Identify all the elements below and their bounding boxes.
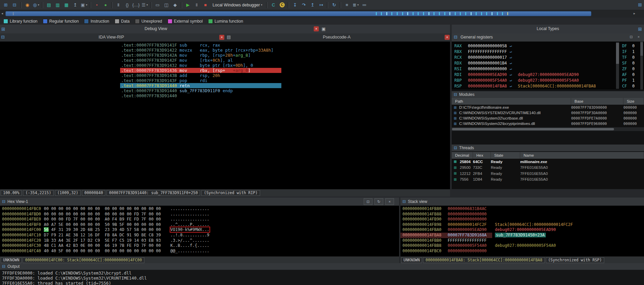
threads-table-header[interactable]: DecimalHexStateName <box>452 152 644 159</box>
module-row[interactable]: ⊞D:\CTFs\egctf\millionaire.exe00007FF783… <box>452 105 644 110</box>
hex-row[interactable]: 000000000014FC304B C1 AA 42 B3 0E 00 00 … <box>0 243 399 249</box>
local-types-window-icon[interactable]: ⊞ <box>638 26 642 32</box>
stack-dock-icon[interactable]: ⊡ <box>364 198 372 205</box>
registers-scrollbar-thumb[interactable] <box>616 43 619 64</box>
nav-scroll-right-icon[interactable]: ▸ <box>634 11 635 15</box>
toolbar-right-window-icon[interactable]: ⊞ <box>638 2 642 7</box>
register-row[interactable]: RBP00000000005F54A0↵debug027:00000000005… <box>452 78 644 84</box>
stop-process-icon[interactable]: ■ <box>201 1 209 9</box>
tab-debug-view[interactable]: Debug View <box>122 26 190 31</box>
c-decompile-icon[interactable]: C <box>278 1 286 9</box>
close-pseudocode-icon[interactable]: × <box>445 35 450 40</box>
threads-column-header[interactable]: Decimal <box>452 152 473 159</box>
output-log[interactable]: 7FFDFE9E0000: loaded C:\WINDOWS\System32… <box>0 270 644 285</box>
tracing-options-icon[interactable]: ☰▾ <box>141 1 149 9</box>
thread-row[interactable]: ⊞122122FB4Ready7FFE016E55A0 <box>452 171 644 177</box>
record-trace-icon[interactable]: ▪ <box>93 1 101 9</box>
function-trace-icon[interactable]: {} <box>123 1 131 9</box>
disassembly-line[interactable]: .text:00007FF783D91440 <box>120 93 281 98</box>
tab-pseudocode-a[interactable]: Pseudocode-A <box>303 35 370 40</box>
register-row[interactable]: RSP000000000014FBA8↵Stack[000064CC]:0000… <box>452 84 644 89</box>
close-ida-view-icon[interactable]: × <box>219 35 224 40</box>
disassembly-line[interactable]: .text:00007FF783D91440 retn <box>120 83 281 88</box>
window-frame-icon[interactable]: ▭ <box>153 1 162 9</box>
segments-list-icon[interactable]: ≔ <box>360 1 368 9</box>
nav-position-tick[interactable] <box>444 12 445 15</box>
follow-value-icon[interactable]: ↵ <box>510 49 512 54</box>
threads-column-header[interactable]: Hex <box>473 152 491 159</box>
nav-position-tick[interactable] <box>460 12 461 15</box>
nav-position-tick[interactable] <box>391 12 392 15</box>
nav-position-tick[interactable] <box>492 12 493 15</box>
disassembly-line[interactable]: .text:00007FF783D91422 movzx eax, byte p… <box>120 48 281 53</box>
nav-position-tick[interactable] <box>418 12 419 15</box>
stack-row[interactable]: 000000000014FB900000000000000000 <box>400 217 644 222</box>
disassembly-line[interactable]: .text:00007FF783D91436 mov rbx, [rsp+28h… <box>120 68 281 73</box>
registers-close-icon[interactable]: × <box>636 35 641 39</box>
desktop-select-icon[interactable]: ▣▾ <box>80 1 88 9</box>
structures-icon[interactable]: ▦ <box>62 1 71 9</box>
imports-icon[interactable]: ▤ <box>45 1 53 9</box>
nav-position-tick[interactable] <box>381 12 382 15</box>
nav-position-tick[interactable] <box>413 12 414 15</box>
stack-list[interactable]: 000000000014FB80000000006831B4AC00000000… <box>400 206 644 254</box>
nav-position-tick[interactable] <box>486 12 487 15</box>
split-view-icon[interactable]: ◫ <box>162 1 170 9</box>
nav-position-tick[interactable] <box>407 12 408 15</box>
hex-row[interactable]: 000000000014FBF0A0 A7 5E 00 00 00 00 00 … <box>0 222 399 228</box>
nav-scroll-left-icon[interactable]: ◂ <box>1 11 3 15</box>
hex-row[interactable]: 000000000014FC4040 40 5F 00 00 00 00 00 … <box>0 249 399 254</box>
views-icon[interactable]: ⊟ <box>1 34 5 40</box>
c-source-toggle-icon[interactable]: C <box>269 1 277 9</box>
disassembly-line[interactable]: .text:00007FF783D9141F sub rcx, rax <box>120 43 281 48</box>
stack-trace-icon[interactable]: ≡ <box>343 1 351 9</box>
disassembly-line[interactable]: .text:00007FF783D9143B add rsp, 20h <box>120 73 281 78</box>
hex-row[interactable]: 000000000014FC10D7 F9 21 AE 38 12 16 DF … <box>0 233 399 238</box>
modules-column-header[interactable]: Path <box>452 98 571 105</box>
hex-row[interactable]: 000000000014FBD000 00 00 00 00 00 00 00 … <box>0 212 399 217</box>
screenshot-icon[interactable]: ▣ <box>321 26 326 31</box>
nav-position-tick[interactable] <box>507 12 508 15</box>
register-row[interactable]: RBXFFFFFFFFFFFFFFFF↵ <box>452 49 644 55</box>
nav-position-tick[interactable] <box>481 12 482 15</box>
nav-position-tick[interactable] <box>402 12 403 15</box>
registers-dock-icon[interactable]: ⊡ <box>628 35 634 39</box>
exports-icon[interactable]: ▥ <box>54 1 62 9</box>
thread-row[interactable]: ⊞29500733CReady7FFE016E55A0 <box>452 165 644 171</box>
disassembly-line[interactable]: .text:00007FF783D91432 mov byte ptr [rbx… <box>120 63 281 68</box>
navigation-band[interactable] <box>5 11 591 16</box>
register-row[interactable]: RDI00000000005EAD90↵debug027:00000000005… <box>452 72 644 78</box>
jump-icon[interactable]: ↥ <box>71 1 79 9</box>
threads-column-header[interactable]: Name <box>520 152 644 159</box>
disassembly-line[interactable]: .text:00007FF783D91440 sub_7FF783D911F0 … <box>120 88 281 93</box>
nav-position-tick[interactable] <box>397 12 398 15</box>
hex-dump[interactable]: 000000000014FBC000 00 00 00 00 00 00 00 … <box>0 206 399 254</box>
stack-row[interactable]: 000000000014FBC00000000000000000 <box>400 249 644 254</box>
threads-table[interactable]: ⊞2580464CCReadymillionaire.exe⊞29500733C… <box>452 159 644 189</box>
threads-column-header[interactable]: State <box>491 152 520 159</box>
tab-ida-view-rip[interactable]: IDA View-RIP <box>78 35 145 40</box>
follow-value-icon[interactable]: ↵ <box>510 61 512 65</box>
disassembly-line[interactable]: .text:00007FF783D9142F mov [rbx+0Ch], al <box>120 58 281 63</box>
tab-local-types[interactable]: Local Types <box>452 26 644 31</box>
registers-scrollbar[interactable] <box>616 42 619 89</box>
nav-position-tick[interactable] <box>428 12 429 15</box>
hex-row[interactable]: 000000000014FC0056 4F 31 39 30 2D 6B 25 … <box>0 227 399 233</box>
disassembly-view[interactable]: .text:00007FF783D9141F sub rcx, rax.text… <box>0 42 450 189</box>
diamond-tool-icon[interactable]: ◆ <box>171 1 179 9</box>
hex-view-panel[interactable]: ⊟ Hex View-1 000000000014FBC000 00 00 00… <box>0 198 399 263</box>
modules-table[interactable]: ⊞D:\CTFs\egctf\millionaire.exe00007FF783… <box>452 105 644 127</box>
nav-position-tick[interactable] <box>423 12 424 15</box>
modules-hscrollbar[interactable] <box>452 127 644 131</box>
follow-value-icon[interactable]: ↵ <box>510 44 512 48</box>
run-to-cursor-icon[interactable]: ↦ <box>317 1 325 9</box>
modules-column-header[interactable]: Base <box>571 98 623 105</box>
follow-value-icon[interactable]: ↵ <box>510 67 512 71</box>
module-row[interactable]: ⊞C:\WINDOWS\System32\ucrtbase.dll00007FF… <box>452 115 644 121</box>
nav-position-tick[interactable] <box>497 12 498 15</box>
stack-row[interactable]: 000000000014FBA800007FF783D9168Asub_7FF7… <box>400 233 644 238</box>
close-debug-view-icon[interactable]: × <box>314 26 319 31</box>
register-row[interactable]: RDX00000000000001B4↵ <box>452 61 644 67</box>
registers-panel[interactable]: RAX0000000000000058↵RBXFFFFFFFFFFFFFFFF↵… <box>452 42 644 89</box>
trace-pause-icon[interactable]: Ⅱ <box>114 1 122 9</box>
